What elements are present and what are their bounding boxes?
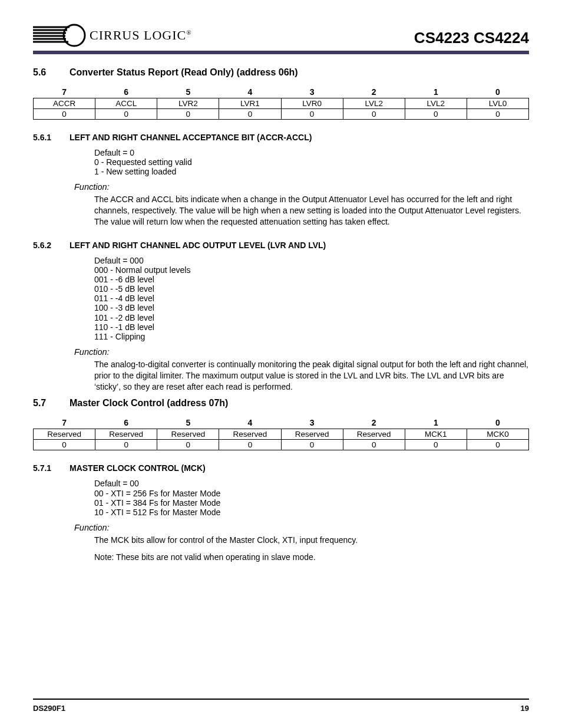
bit-index: 6 bbox=[95, 86, 157, 98]
bit-value: 0 bbox=[467, 109, 528, 120]
bit-value: 0 bbox=[405, 109, 467, 120]
function-body: The analog-to-digital converter is conti… bbox=[94, 359, 529, 393]
bit-index: 7 bbox=[34, 86, 95, 98]
bit-name-row: ACCR ACCL LVR2 LVR1 LVR0 LVL2 LVL2 LVL0 bbox=[34, 98, 529, 109]
bit-name: LVL2 bbox=[343, 98, 405, 109]
logo-text: CIRRUS LOGIC® bbox=[90, 28, 192, 43]
section-number: 5.6 bbox=[33, 67, 70, 78]
subsection-heading-5-7-1: 5.7.1 MASTER CLOCK CONTROL (MCK) bbox=[33, 463, 529, 473]
subsection-number: 5.6.2 bbox=[33, 241, 70, 250]
bit-name: MCK1 bbox=[405, 429, 467, 440]
bit-name: Reserved bbox=[281, 429, 343, 440]
default-line: 0 - Requested setting valid bbox=[94, 157, 529, 167]
bit-value: 0 bbox=[95, 109, 157, 120]
bit-value: 0 bbox=[343, 440, 405, 450]
page-footer: DS290F1 19 bbox=[33, 704, 529, 713]
bit-index: 5 bbox=[157, 86, 219, 98]
function-body: The ACCR and ACCL bits indicate when a c… bbox=[94, 194, 529, 228]
bit-index: 6 bbox=[95, 417, 157, 429]
bit-index: 4 bbox=[219, 417, 281, 429]
footer-page-number: 19 bbox=[521, 704, 529, 713]
bit-name: Reserved bbox=[34, 429, 95, 440]
section-title: Master Clock Control (address 07h) bbox=[70, 398, 228, 409]
defaults-block-5-7-1: Default = 00 00 - XTI = 256 Fs for Maste… bbox=[94, 479, 529, 516]
logo-text-label: CIRRUS LOGIC bbox=[90, 28, 186, 42]
default-line: 001 - -6 dB level bbox=[94, 275, 529, 284]
subsection-title: LEFT AND RIGHT CHANNEL ACCEPTANCE BIT (A… bbox=[70, 133, 312, 142]
default-line: 100 - -3 dB level bbox=[94, 303, 529, 312]
bit-value: 0 bbox=[281, 109, 343, 120]
bit-index: 1 bbox=[405, 86, 467, 98]
bit-index: 0 bbox=[467, 86, 528, 98]
section-title: Converter Status Report (Read Only) (add… bbox=[70, 67, 298, 78]
bit-name: LVR0 bbox=[281, 98, 343, 109]
bit-index: 4 bbox=[219, 86, 281, 98]
default-line: Default = 00 bbox=[94, 479, 529, 488]
page: CIRRUS LOGIC® CS4223 CS4224 5.6 Converte… bbox=[0, 0, 562, 728]
bit-value: 0 bbox=[95, 440, 157, 450]
function-label: Function: bbox=[74, 182, 529, 192]
bit-index: 2 bbox=[343, 417, 405, 429]
bit-name: Reserved bbox=[95, 429, 157, 440]
logo-block: CIRRUS LOGIC® bbox=[33, 24, 192, 47]
default-line: Default = 0 bbox=[94, 148, 529, 157]
bit-value: 0 bbox=[34, 440, 95, 450]
bit-name: ACCL bbox=[95, 98, 157, 109]
bit-value: 0 bbox=[281, 440, 343, 450]
subsection-number: 5.7.1 bbox=[33, 463, 70, 473]
defaults-block-5-6-1: Default = 0 0 - Requested setting valid … bbox=[94, 148, 529, 176]
bit-index: 1 bbox=[405, 417, 467, 429]
bit-name: LVL2 bbox=[405, 98, 467, 109]
function-label: Function: bbox=[74, 523, 529, 532]
section-heading-5-7: 5.7 Master Clock Control (address 07h) bbox=[33, 398, 529, 409]
subsection-heading-5-6-1: 5.6.1 LEFT AND RIGHT CHANNEL ACCEPTANCE … bbox=[33, 133, 529, 142]
defaults-block-5-6-2: Default = 000 000 - Normal output levels… bbox=[94, 256, 529, 341]
default-line: 00 - XTI = 256 Fs for Master Mode bbox=[94, 489, 529, 498]
default-line: 110 - -1 dB level bbox=[94, 322, 529, 332]
registered-mark: ® bbox=[186, 29, 191, 36]
bit-name: Reserved bbox=[157, 429, 219, 440]
bit-index: 7 bbox=[34, 417, 95, 429]
bit-value-row: 0 0 0 0 0 0 0 0 bbox=[34, 109, 529, 120]
bit-name: ACCR bbox=[34, 98, 95, 109]
bit-index-row: 7 6 5 4 3 2 1 0 bbox=[34, 86, 529, 98]
register-table-06h: 7 6 5 4 3 2 1 0 ACCR ACCL LVR2 LVR1 LVR0… bbox=[33, 86, 529, 120]
page-header: CIRRUS LOGIC® CS4223 CS4224 bbox=[33, 24, 529, 47]
bit-value: 0 bbox=[219, 109, 281, 120]
default-line: 01 - XTI = 384 Fs for Master Mode bbox=[94, 498, 529, 508]
function-body: The MCK bits allow for control of the Ma… bbox=[94, 535, 529, 546]
footer-rule bbox=[33, 699, 529, 700]
bit-name: Reserved bbox=[343, 429, 405, 440]
cirrus-logo-icon bbox=[33, 24, 86, 47]
subsection-title: MASTER CLOCK CONTROL (MCK) bbox=[70, 463, 206, 473]
default-line: 111 - Clipping bbox=[94, 332, 529, 341]
bit-value: 0 bbox=[157, 440, 219, 450]
bit-value: 0 bbox=[219, 440, 281, 450]
bit-index: 5 bbox=[157, 417, 219, 429]
bit-name: MCK0 bbox=[467, 429, 528, 440]
default-line: 011 - -4 dB level bbox=[94, 294, 529, 303]
section-number: 5.7 bbox=[33, 398, 70, 409]
default-line: 10 - XTI = 512 Fs for Master Mode bbox=[94, 508, 529, 517]
footer-doc-id: DS290F1 bbox=[33, 704, 65, 713]
bit-value: 0 bbox=[157, 109, 219, 120]
product-code: CS4223 CS4224 bbox=[414, 29, 529, 47]
default-line: 000 - Normal output levels bbox=[94, 265, 529, 275]
bit-index: 3 bbox=[281, 417, 343, 429]
bit-value: 0 bbox=[34, 109, 95, 120]
default-line: 101 - -2 dB level bbox=[94, 313, 529, 322]
bit-value: 0 bbox=[405, 440, 467, 450]
register-table-07h: 7 6 5 4 3 2 1 0 Reserved Reserved Reserv… bbox=[33, 417, 529, 450]
header-rule bbox=[33, 51, 529, 54]
bit-name: Reserved bbox=[219, 429, 281, 440]
function-label: Function: bbox=[74, 347, 529, 357]
subsection-number: 5.6.1 bbox=[33, 133, 70, 142]
default-line: 1 - New setting loaded bbox=[94, 167, 529, 176]
bit-name: LVR2 bbox=[157, 98, 219, 109]
default-line: Default = 000 bbox=[94, 256, 529, 265]
subsection-title: LEFT AND RIGHT CHANNEL ADC OUTPUT LEVEL … bbox=[70, 241, 326, 250]
bit-value: 0 bbox=[343, 109, 405, 120]
bit-name: LVL0 bbox=[467, 98, 528, 109]
bit-index: 2 bbox=[343, 86, 405, 98]
bit-index: 0 bbox=[467, 417, 528, 429]
